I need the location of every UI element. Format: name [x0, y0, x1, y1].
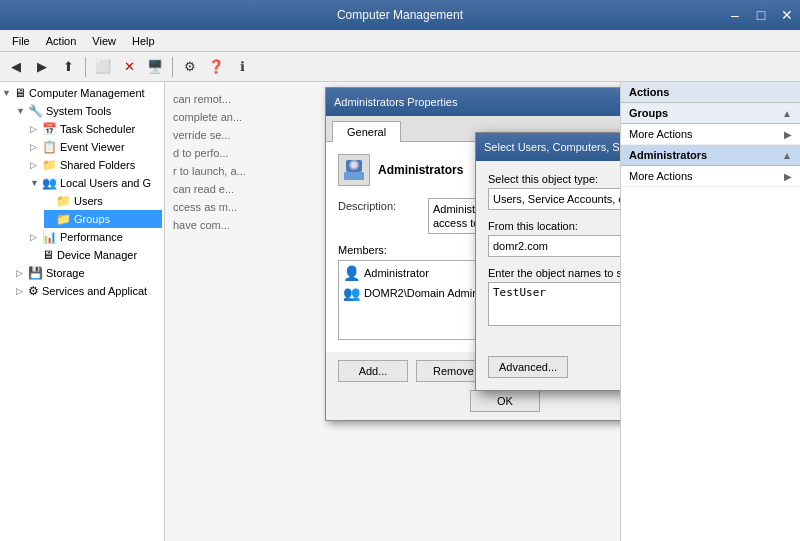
actions-section-groups[interactable]: Groups ▲: [621, 103, 800, 124]
sidebar-item-label: Groups: [74, 213, 110, 225]
sidebar-item-label: Shared Folders: [60, 159, 135, 171]
settings-button[interactable]: ⚙: [178, 55, 202, 79]
object-type-input[interactable]: [488, 188, 620, 210]
chevron-right-icon: ▶: [784, 171, 792, 182]
maximize-button[interactable]: □: [748, 0, 774, 30]
calendar-icon: 📅: [42, 122, 57, 136]
tree-panel: ▼ 🖥 Computer Management ▼ 🔧 System Tools…: [0, 82, 165, 541]
sidebar-item-label: Device Manager: [57, 249, 137, 261]
actions-panel: Actions Groups ▲ More Actions ▶ Administ…: [620, 82, 800, 541]
title-bar-controls: – □ ✕: [722, 0, 800, 30]
admins-ok-row: OK: [326, 390, 620, 420]
back-button[interactable]: ◀: [4, 55, 28, 79]
users-icon: 👥: [42, 176, 57, 190]
select-users-title-bar: Select Users, Computers, Service Account…: [476, 133, 620, 161]
administrators-section-label: Administrators: [629, 149, 707, 161]
member-name: Administrator: [364, 267, 429, 279]
description-label: Description:: [338, 198, 428, 212]
select-users-dialog: Select Users, Computers, Service Account…: [475, 132, 620, 391]
member-name: DOMR2\Domain Admins: [364, 287, 484, 299]
object-type-label: Select this object type:: [488, 173, 620, 185]
enter-names-label: Enter the object names to select (exampl…: [488, 267, 620, 279]
sidebar-item-groups[interactable]: 📁 Groups: [44, 210, 162, 228]
sidebar-item-task-scheduler[interactable]: ▷ 📅 Task Scheduler: [30, 120, 162, 138]
chart-icon: 📊: [42, 230, 57, 244]
sidebar-item-label: Services and Applicat: [42, 285, 147, 297]
forward-button[interactable]: ▶: [30, 55, 54, 79]
menu-action[interactable]: Action: [38, 33, 85, 49]
sidebar-item-label: Task Scheduler: [60, 123, 135, 135]
close-button[interactable]: ✕: [774, 0, 800, 30]
arrow-icon: ▼: [30, 178, 42, 188]
svg-point-3: [351, 162, 357, 168]
arrow-icon: ▷: [30, 232, 42, 242]
arrow-icon: ▷: [16, 268, 28, 278]
properties-button[interactable]: 🖥️: [143, 55, 167, 79]
folder-icon: 📁: [56, 212, 71, 226]
object-type-row: Select this object type: Object Types...: [488, 173, 620, 210]
groups-more-actions-item[interactable]: More Actions ▶: [621, 124, 800, 145]
names-input[interactable]: [488, 282, 620, 326]
menu-file[interactable]: File: [4, 33, 38, 49]
sidebar-item-performance[interactable]: ▷ 📊 Performance: [30, 228, 162, 246]
help-button[interactable]: ❓: [204, 55, 228, 79]
toolbar: ◀ ▶ ⬆ ⬜ ✕ 🖥️ ⚙ ❓ ℹ: [0, 52, 800, 82]
service-icon: ⚙: [28, 284, 39, 298]
select-users-title: Select Users, Computers, Service Account…: [484, 141, 620, 153]
title-bar: Computer Management – □ ✕: [0, 0, 800, 30]
menu-help[interactable]: Help: [124, 33, 163, 49]
admins-ok-button[interactable]: OK: [470, 390, 540, 412]
app-title: Computer Management: [337, 8, 463, 22]
chevron-right-icon: ▶: [784, 129, 792, 140]
sidebar-item-event-viewer[interactable]: ▷ 📋 Event Viewer: [30, 138, 162, 156]
group-icon: 👥: [343, 285, 360, 301]
sidebar-item-label: Storage: [46, 267, 85, 279]
enter-names-row: Enter the object names to select (exampl…: [488, 267, 620, 326]
main-container: ▼ 🖥 Computer Management ▼ 🔧 System Tools…: [0, 82, 800, 541]
object-type-field-row: Object Types...: [488, 188, 620, 210]
tab-general[interactable]: General: [332, 121, 401, 142]
minimize-button[interactable]: –: [722, 0, 748, 30]
sidebar-item-label: Performance: [60, 231, 123, 243]
folder-icon: 📁: [42, 158, 57, 172]
admins-name-label: Administrators: [378, 163, 463, 177]
location-label: From this location:: [488, 220, 620, 232]
administrators-more-actions-item[interactable]: More Actions ▶: [621, 166, 800, 187]
sidebar-item-users[interactable]: 📁 Users: [44, 192, 162, 210]
sidebar-item-shared-folders[interactable]: ▷ 📁 Shared Folders: [30, 156, 162, 174]
up-button[interactable]: ⬆: [56, 55, 80, 79]
info-button[interactable]: ℹ: [230, 55, 254, 79]
arrow-icon: ▷: [16, 286, 28, 296]
menu-view[interactable]: View: [84, 33, 124, 49]
admins-icon: [338, 154, 370, 186]
location-field-row: Locations...: [488, 235, 620, 257]
sidebar-item-services[interactable]: ▷ ⚙ Services and Applicat: [16, 282, 162, 300]
add-button[interactable]: Add...: [338, 360, 408, 382]
location-input[interactable]: [488, 235, 620, 257]
sidebar-item-label: Users: [74, 195, 103, 207]
storage-icon: 💾: [28, 266, 43, 280]
right-panel: can remot... complete an... verride se..…: [165, 82, 800, 541]
sidebar-item-label: Computer Management: [29, 87, 145, 99]
delete-button[interactable]: ✕: [117, 55, 141, 79]
actions-section-administrators[interactable]: Administrators ▲: [621, 145, 800, 166]
arrow-icon: ▼: [2, 88, 14, 98]
sidebar-item-storage[interactable]: ▷ 💾 Storage: [16, 264, 162, 282]
sidebar-item-local-users[interactable]: ▼ 👥 Local Users and G: [30, 174, 162, 192]
select-users-dialog-buttons: Advanced... OK Cancel: [476, 348, 620, 390]
sidebar-item-computer-mgmt[interactable]: ▼ 🖥 Computer Management: [2, 84, 162, 102]
user-icon: 👤: [343, 265, 360, 281]
more-actions-label: More Actions: [629, 170, 693, 182]
sidebar-item-label: Local Users and G: [60, 177, 151, 189]
groups-section-label: Groups: [629, 107, 668, 119]
more-actions-label: More Actions: [629, 128, 693, 140]
tools-icon: 🔧: [28, 104, 43, 118]
sidebar-item-system-tools[interactable]: ▼ 🔧 System Tools: [16, 102, 162, 120]
content-area: can remot... complete an... verride se..…: [165, 82, 620, 541]
advanced-button[interactable]: Advanced...: [488, 356, 568, 378]
show-hide-button[interactable]: ⬜: [91, 55, 115, 79]
actions-header: Actions: [621, 82, 800, 103]
sidebar-item-device-manager[interactable]: 🖥 Device Manager: [30, 246, 162, 264]
location-row: From this location: Locations...: [488, 220, 620, 257]
folder-icon: 📁: [56, 194, 71, 208]
